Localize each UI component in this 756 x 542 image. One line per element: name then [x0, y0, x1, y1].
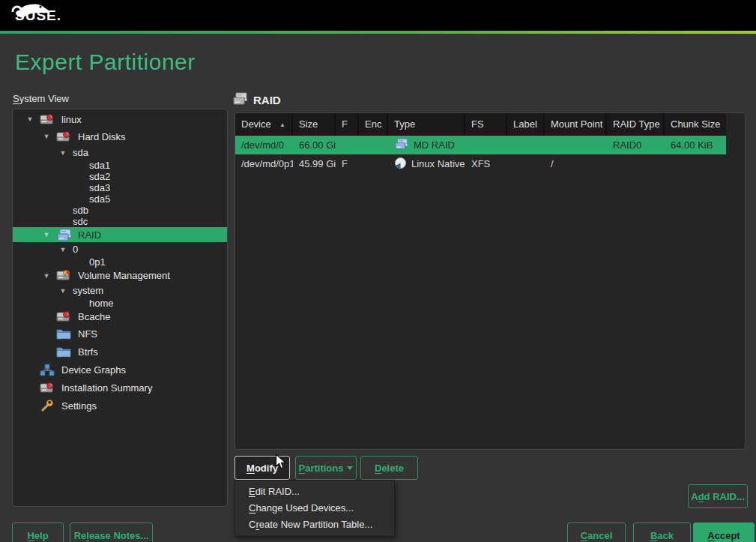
tree-item-bcache[interactable]: Bcache — [13, 309, 227, 325]
column-header-size[interactable]: Size — [293, 113, 336, 136]
system-view-label: System View — [13, 93, 69, 104]
tree-item-sda5[interactable]: sda5 — [13, 193, 227, 205]
tree-item-label: RAID — [78, 229, 101, 241]
tree-item-label: sda1 — [89, 160, 110, 171]
raid-section-heading: RAID — [232, 92, 281, 107]
suse-logo-text: SUSE. — [15, 7, 61, 24]
cell-raid-type: RAID0 — [607, 139, 665, 151]
release-notes-button[interactable]: Release Notes... — [70, 523, 153, 542]
cancel-button[interactable]: Cancel — [567, 523, 626, 542]
top-bar: SUSE. — [0, 0, 756, 31]
tree-item-label: linux — [61, 114, 82, 125]
mouse-cursor-icon — [275, 454, 287, 473]
tree-item-label: Device Graphs — [61, 364, 126, 376]
tree-item-sda[interactable]: ▼ sda — [13, 145, 227, 160]
tree-item-label: sda3 — [89, 182, 110, 193]
table-row-dev-md-0p1[interactable]: /dev/md/0p1 45.99 GiB F Linux Native XFS… — [235, 154, 726, 173]
cell-fs-type: XFS — [465, 158, 507, 169]
device-graph-icon — [40, 364, 56, 376]
expert-partitioner-window: SUSE. Expert Partitioner System View ▼ l… — [0, 0, 756, 542]
tree-item-linux[interactable]: ▼ linux — [13, 111, 227, 127]
cell-device: /dev/md/0p1 — [235, 158, 293, 169]
page-title: Expert Partitioner — [15, 49, 196, 75]
tree-item-sda1[interactable]: sda1 — [13, 160, 227, 171]
cell-chunk-size: 64.00 KiB — [665, 139, 726, 151]
column-header-f[interactable]: F — [336, 113, 359, 136]
raid-gray-icon — [232, 92, 249, 107]
chevron-down-icon[interactable]: ▼ — [20, 115, 40, 123]
column-header-raid-type[interactable]: RAID Type — [607, 113, 665, 136]
table-row-dev-md-0-selected[interactable]: /dev/md/0 66.00 GiB MD RAID RAID0 64.00 … — [235, 136, 726, 154]
chevron-down-icon[interactable]: ▼ — [53, 149, 73, 157]
tree-item-label: sda5 — [89, 193, 110, 205]
brand-gradient-divider — [0, 31, 756, 34]
column-header-fs-type[interactable]: FS Type — [465, 113, 507, 136]
chevron-down-icon[interactable]: ▼ — [53, 287, 73, 295]
hard-disk-icon — [40, 382, 56, 394]
tree-item-home[interactable]: home — [13, 298, 227, 309]
raid-section-title: RAID — [253, 94, 281, 106]
tree-item-volume-management[interactable]: ▼ Volume Management — [13, 268, 227, 283]
tree-item-0[interactable]: ▼ 0 — [13, 242, 227, 256]
partitions-button[interactable]: Partitions — [295, 456, 357, 480]
tree-item-sda2[interactable]: sda2 — [13, 171, 227, 182]
cell-type: Linux Native — [388, 157, 465, 172]
tree-item-label: sdb — [73, 205, 88, 216]
network-folder-icon — [56, 328, 73, 340]
delete-button[interactable]: Delete — [360, 456, 418, 480]
tree-item-label: Hard Disks — [78, 131, 126, 142]
tree-item-label: NFS — [78, 328, 97, 340]
menu-item-change-used-devices[interactable]: Change Used Devices... — [235, 500, 394, 517]
tree-item-label: 0 — [73, 244, 78, 255]
column-header-mount-point[interactable]: Mount Point — [545, 113, 607, 136]
column-header-type[interactable]: Type — [388, 113, 465, 136]
tree-item-btrfs[interactable]: Btrfs — [13, 343, 227, 361]
tree-item-installation-summary[interactable]: Installation Summary — [13, 379, 227, 397]
table-header-row: Device ▲ Size F Enc Type FS Type Label M… — [235, 113, 726, 136]
tree-item-settings[interactable]: Settings — [13, 397, 227, 415]
column-header-device[interactable]: Device ▲ — [235, 113, 293, 136]
cell-type: MD RAID — [388, 138, 465, 152]
tree-item-label: Bcache — [78, 311, 110, 322]
hard-disk-icon — [56, 310, 73, 323]
menu-item-create-new-partition-table[interactable]: Create New Partition Table... — [235, 517, 394, 533]
help-button[interactable]: Help — [12, 523, 64, 542]
tree-item-sdb[interactable]: sdb — [13, 205, 227, 216]
tree-item-device-graphs[interactable]: Device Graphs — [13, 361, 227, 379]
tree-item-0p1[interactable]: 0p1 — [13, 256, 227, 268]
tree-item-sdc[interactable]: sdc — [13, 216, 227, 227]
md-raid-icon — [394, 138, 409, 152]
column-header-label[interactable]: Label — [507, 113, 545, 136]
chevron-down-icon[interactable]: ▼ — [53, 246, 73, 253]
back-button[interactable]: Back — [633, 523, 691, 542]
raid-devices-table: Device ▲ Size F Enc Type FS Type Label M… — [235, 112, 746, 450]
modify-dropdown-menu: Edit RAID... Change Used Devices... Crea… — [235, 480, 395, 537]
menu-item-edit-raid[interactable]: Edit RAID... — [235, 484, 394, 500]
sort-ascending-icon: ▲ — [279, 114, 285, 136]
chevron-down-icon — [347, 466, 353, 470]
column-header-chunk-size[interactable]: Chunk Size — [665, 113, 726, 136]
tree-item-system[interactable]: ▼ system — [13, 283, 227, 298]
chevron-down-icon[interactable]: ▼ — [37, 231, 56, 238]
system-view-tree[interactable]: ▼ linux ▼ Hard Disks ▼ sda sda1 sda2 sda… — [12, 109, 228, 507]
cell-device: /dev/md/0 — [235, 139, 293, 151]
add-raid-button[interactable]: Add RAID... — [688, 484, 748, 508]
cell-mount-point: / — [545, 158, 607, 169]
tree-item-raid-selected[interactable]: ▼ RAID — [13, 227, 227, 242]
tree-item-hard-disks[interactable]: ▼ Hard Disks — [13, 127, 227, 145]
tree-item-label: Btrfs — [78, 346, 98, 358]
network-folder-icon — [56, 346, 73, 358]
chevron-down-icon[interactable]: ▼ — [37, 133, 56, 140]
accept-button[interactable]: Accept — [693, 523, 755, 542]
cell-size: 45.99 GiB — [293, 158, 336, 169]
column-header-enc[interactable]: Enc — [359, 113, 388, 136]
cell-f: F — [336, 158, 359, 169]
cell-size: 66.00 GiB — [293, 139, 336, 151]
tree-item-nfs[interactable]: NFS — [13, 325, 227, 343]
tree-item-label: system — [73, 285, 103, 296]
hard-disk-icon — [40, 113, 56, 126]
tree-item-sda3[interactable]: sda3 — [13, 182, 227, 193]
tree-item-label: sdc — [73, 216, 88, 227]
tree-item-label: Volume Management — [78, 270, 170, 281]
chevron-down-icon[interactable]: ▼ — [37, 272, 56, 280]
